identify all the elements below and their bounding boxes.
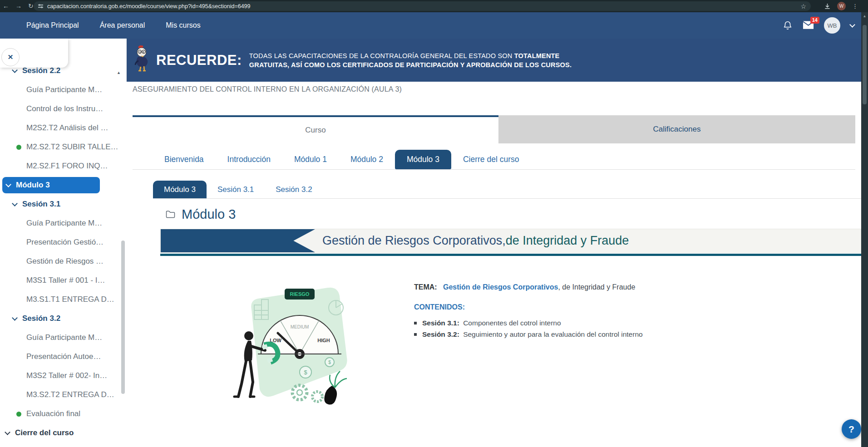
section-heading-text: Módulo 3 [182,207,236,222]
sidebar-item-cierre-del-curso[interactable]: Cierre del curso [0,423,126,442]
gauge-label: RIESGO [290,291,310,297]
risk-gauge-illustration: RIESGO LOW MEDIUM HIGH $ $ [232,281,355,413]
course-index-list: Sesión 2.2 Guía Participante M… Control … [0,61,126,442]
gauge-medium-label: MEDIUM [291,324,309,329]
tema-label: TEMA: [414,283,437,291]
user-avatar[interactable]: WB [824,17,840,34]
sidebar-scrollbar[interactable] [121,241,125,394]
sidebar-item-sesion-3-1[interactable]: Sesión 3.1 [0,195,126,214]
downloads-icon[interactable] [824,3,831,10]
tab-modulo-1[interactable]: Módulo 1 [282,150,339,169]
folder-icon [166,211,175,218]
bullet-session-label: Sesión 3.1: [422,319,459,327]
chevron-down-icon [12,201,18,206]
chevron-down-icon [12,315,18,321]
close-drawer-button[interactable]: ✕ [1,48,20,66]
scroll-up-icon[interactable]: ▲ [861,14,868,18]
list-item: Sesión 3.1: Componentes del cotrol inter… [414,319,832,327]
topic-ribbon: Gestión de Riesgos Corporativos, de Inte… [160,229,861,253]
dollar-icon: $ [304,369,307,376]
page-scrollbar[interactable]: ▲ [861,12,868,447]
notifications-bell-icon[interactable] [783,20,793,30]
sidebar-scroll-up-icon[interactable]: ▲ [117,70,121,75]
contenidos-list: Sesión 3.1: Componentes del cotrol inter… [414,319,832,339]
sidebar-item-guia-participante[interactable]: Guía Participante M… [0,80,126,99]
sidebar-item-m3s1t1-entrega[interactable]: M3.S1.T1 ENTREGA D… [0,290,126,309]
sidebar-item-presentacion-gestion[interactable]: Presentación Gestió… [0,233,126,252]
recuerde-title: RECUERDE: [156,52,242,69]
tab-cierre-del-curso[interactable]: Cierre del curso [451,150,531,169]
subtab-sesion-3-2[interactable]: Sesión 3.2 [265,181,323,198]
sidebar-item-label: Presentación Autoe… [26,352,101,361]
chevron-down-icon [5,429,10,435]
sidebar-item-label: Evaluación final [26,409,80,418]
tab-modulo-3[interactable]: Módulo 3 [395,150,451,169]
nav-pagina-principal[interactable]: Página Principal [26,21,79,29]
subtab-modulo-3[interactable]: Módulo 3 [153,181,207,198]
course-index-drawer: ✕ ▲ Sesión 2.2 Guía Participante M… Cont… [0,39,127,447]
sidebar-item-m3s1-taller[interactable]: M3S1 Taller # 001 - I… [0,271,126,290]
sidebar-item-label: Presentación Gestió… [26,238,104,247]
sidebar-item-m2s2t2-analisis[interactable]: M2S2.T2 Análisis del … [0,118,126,138]
address-bar[interactable]: capacitacion.contraloria.gob.ec/moodle/c… [34,1,811,11]
sidebar-item-m2s2t2-subir[interactable]: M2.S2.T2 SUBIR TALLE… [0,138,126,157]
sidebar-item-m2s2f1-foro[interactable]: M2.S2.F1 FORO INQ… [0,157,126,176]
sidebar-item-m3s2t2-entrega[interactable]: M3.S2.T2 ENTREGA D… [0,385,126,404]
sidebar-item-label: Guía Participante M… [26,219,102,228]
list-item: Sesión 3.2: Seguimiento y autor para la … [414,330,832,339]
site-settings-icon[interactable] [38,5,43,7]
completion-dot-icon [16,412,21,417]
sidebar-item-presentacion-autoe[interactable]: Presentación Autoe… [0,347,126,366]
bullet-session-label: Sesión 3.2: [422,330,459,338]
completion-dot-icon [16,145,21,150]
sidebar-item-label: Sesión 2.2 [22,66,60,75]
tab-bienvenida[interactable]: Bienvenida [153,150,216,169]
sidebar-item-label: Sesión 3.2 [22,314,60,323]
sidebar-item-guia-participante-31[interactable]: Guía Participante M… [0,214,126,233]
sidebar-item-evaluacion-final[interactable]: Evaluación final [0,404,126,423]
bullet-text: Componentes del cotrol interno [461,319,561,327]
sidebar-item-modulo-3[interactable]: Módulo 3 [2,177,100,193]
sidebar-item-label: M2.S2.T2 SUBIR TALLE… [26,142,118,152]
sidebar-item-label: M2.S2.F1 FORO INQ… [26,162,108,171]
site-navbar: Página Principal Área personal Mis curso… [0,12,868,39]
course-content: ASEGURAMIENTO DEL CONTROL INTERNO EN LA … [126,82,868,447]
ribbon-title-secondary: de Integridad y Fraude [506,234,629,248]
browser-toolbar: ← → ↻ capacitacion.contraloria.gob.ec/mo… [0,0,868,12]
sidebar-item-label: Gestión de Riesgos … [26,257,104,266]
bookmark-star-icon[interactable]: ☆ [800,3,806,10]
user-menu-chevron-icon[interactable] [849,22,855,28]
section-heading: Módulo 3 [166,207,236,222]
nav-mis-cursos[interactable]: Mis cursos [166,21,200,29]
tab-modulo-2[interactable]: Módulo 2 [339,150,395,169]
forward-icon[interactable]: → [15,0,22,12]
subtab-sesion-3-1[interactable]: Sesión 3.1 [207,181,265,198]
mascot-icon [133,45,152,75]
sidebar-item-control-instru[interactable]: Control de los Instru… [0,99,126,118]
sidebar-item-label: Control de los Instru… [26,104,103,113]
tema-line: TEMA: Gestión de Riesgos Corporativos, d… [414,283,832,291]
nav-area-personal[interactable]: Área personal [100,21,145,29]
sidebar-item-sesion-3-2[interactable]: Sesión 3.2 [0,309,126,328]
drawer-header: ✕ [0,39,68,68]
back-icon[interactable]: ← [3,0,9,12]
url-text[interactable]: capacitacion.contraloria.gob.ec/moodle/c… [47,3,251,10]
browser-profile-avatar[interactable]: W [837,2,846,10]
sidebar-item-guia-participante-32[interactable]: Guía Participante M… [0,328,126,347]
messages-icon[interactable]: 14 [803,21,814,30]
tab-curso[interactable]: Curso [133,115,498,143]
scrollbar-thumb[interactable] [863,25,867,104]
sidebar-item-gestion-riesgos[interactable]: Gestión de Riesgos … [0,252,126,271]
browser-menu-icon[interactable]: ⋮ [852,3,858,10]
recuerde-banner: RECUERDE: TODAS LAS CAPACITACIONES DE LA… [126,39,868,82]
ribbon-title-primary: Gestión de Riesgos Corporativos, [322,234,506,248]
messages-count-badge: 14 [810,17,819,24]
tab-introduccion[interactable]: Introducción [216,150,282,169]
bullet-text: Seguimiento y autor para la evaluación d… [461,330,643,338]
reload-icon[interactable]: ↻ [28,0,34,12]
sidebar-item-m3s2-taller[interactable]: M3S2 Taller # 002- In… [0,366,126,385]
primary-navigation: Página Principal Área personal Mis curso… [26,12,201,39]
help-button[interactable]: ? [842,419,861,439]
tab-calificaciones[interactable]: Calificaciones [498,115,855,143]
ribbon-arrow-shape [161,229,315,252]
